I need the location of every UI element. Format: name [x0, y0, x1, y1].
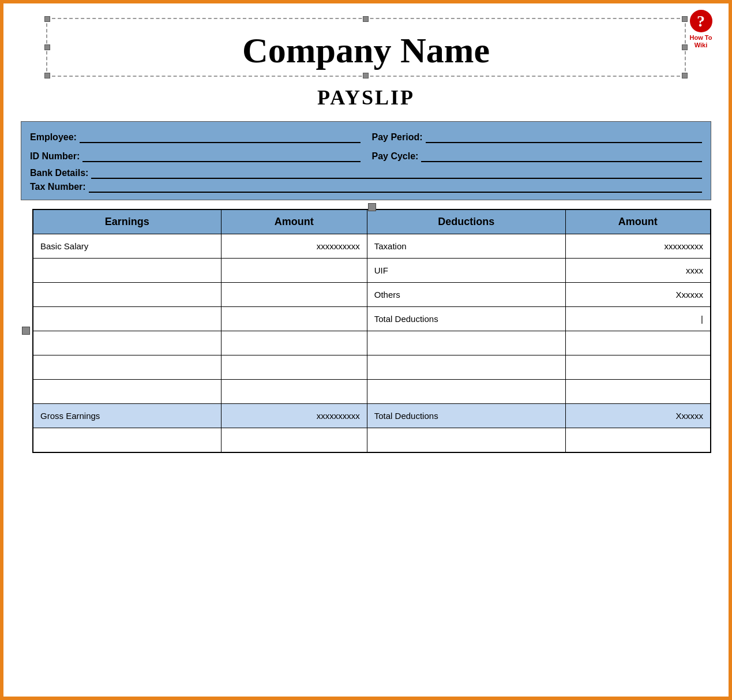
company-name-box: Company Name	[46, 18, 686, 77]
info-row-3: Bank Details:	[30, 167, 702, 179]
amount-left-header: Amount	[221, 209, 367, 234]
deduction-cell-4	[367, 331, 565, 355]
handle-bottom-right[interactable]	[682, 73, 688, 78]
handle-bottom-left[interactable]	[44, 73, 50, 78]
pay-period-field: Pay Period:	[372, 132, 703, 143]
table-row	[33, 355, 711, 380]
deduction-cell-2: Others	[367, 283, 565, 307]
handle-bottom-center[interactable]	[363, 73, 369, 78]
deduction-amount-cell-5	[565, 355, 711, 380]
deduction-cell-5	[367, 355, 565, 380]
employee-field: Employee:	[30, 132, 361, 143]
deduction-amount-cell-4	[565, 331, 711, 355]
earning-cell-1	[33, 259, 221, 283]
table-header-row: Earnings Amount Deductions Amount	[33, 209, 711, 234]
earning-amount-cell-4	[221, 331, 367, 355]
handle-top-right[interactable]	[682, 16, 688, 22]
company-name-text: Company Name	[70, 31, 662, 70]
table-top-handle[interactable]	[368, 203, 376, 211]
employee-line	[80, 132, 361, 143]
pay-period-line	[426, 132, 702, 143]
deduction-amount-cell-0: xxxxxxxxx	[565, 234, 711, 259]
payslip-table: Earnings Amount Deductions Amount Basic …	[32, 209, 711, 453]
deduction-amount-cell-1: xxxx	[565, 259, 711, 283]
deductions-header: Deductions	[367, 209, 565, 234]
table-row: Basic Salary xxxxxxxxxx Taxation xxxxxxx…	[33, 234, 711, 259]
tax-number-line	[89, 181, 702, 193]
company-name-section: Company Name	[29, 18, 703, 77]
pay-period-label: Pay Period:	[372, 132, 423, 143]
deduction-cell-1: UIF	[367, 259, 565, 283]
handle-middle-left[interactable]	[44, 44, 50, 50]
deduction-cell-3: Total Deductions	[367, 307, 565, 331]
table-footer-row: Gross Earnings xxxxxxxxxx Total Deductio…	[33, 404, 711, 428]
payslip-title: PAYSLIP	[21, 85, 711, 110]
deduction-cell-0: Taxation	[367, 234, 565, 259]
last-earning-cell	[33, 428, 221, 452]
info-row-1: Employee: Pay Period:	[30, 129, 702, 145]
table-row	[33, 428, 711, 452]
deduction-amount-cell-3: |	[565, 307, 711, 331]
earning-cell-3	[33, 307, 221, 331]
last-deduction-cell	[367, 428, 565, 452]
deduction-cell-6	[367, 380, 565, 404]
earning-amount-cell-3	[221, 307, 367, 331]
bank-details-line	[91, 167, 702, 179]
id-number-field: ID Number:	[30, 151, 361, 162]
employee-info-section: Employee: Pay Period: ID Number:	[21, 121, 711, 200]
earning-cell-4	[33, 331, 221, 355]
id-number-line	[82, 151, 360, 162]
employee-label: Employee:	[30, 132, 77, 143]
pay-cycle-field: Pay Cycle:	[372, 151, 703, 162]
earning-amount-cell-1	[221, 259, 367, 283]
last-deduction-amount-cell	[565, 428, 711, 452]
earning-cell-2	[33, 283, 221, 307]
last-earning-amount-cell	[221, 428, 367, 452]
pay-cycle-line	[421, 151, 702, 162]
earning-amount-cell-6	[221, 380, 367, 404]
table-wrapper: Earnings Amount Deductions Amount Basic …	[32, 209, 711, 453]
table-row: Total Deductions |	[33, 307, 711, 331]
table-row	[33, 380, 711, 404]
page-content: ? How To Wiki Company Name PAYSLIP	[3, 3, 729, 459]
earnings-header: Earnings	[33, 209, 221, 234]
table-row: Others Xxxxxx	[33, 283, 711, 307]
gross-earnings-amount: xxxxxxxxxx	[221, 404, 367, 428]
table-row: UIF xxxx	[33, 259, 711, 283]
info-row-2: ID Number: Pay Cycle:	[30, 148, 702, 164]
info-right-1: Pay Period:	[372, 129, 703, 145]
earning-cell-5	[33, 355, 221, 380]
page-border: ? How To Wiki Company Name PAYSLIP	[0, 0, 732, 700]
total-deductions-amount: Xxxxxx	[565, 404, 711, 428]
total-deductions-label: Total Deductions	[367, 404, 565, 428]
info-left-1: Employee:	[30, 129, 361, 145]
handle-top-left[interactable]	[44, 16, 50, 22]
earning-amount-cell-0: xxxxxxxxxx	[221, 234, 367, 259]
deduction-amount-cell-6	[565, 380, 711, 404]
table-row	[33, 331, 711, 355]
handle-top-center[interactable]	[363, 16, 369, 22]
deduction-amount-cell-2: Xxxxxx	[565, 283, 711, 307]
earning-cell-6	[33, 380, 221, 404]
info-right-2: Pay Cycle:	[372, 148, 703, 164]
id-number-label: ID Number:	[30, 151, 80, 162]
info-row-4: Tax Number:	[30, 181, 702, 193]
earning-cell-0: Basic Salary	[33, 234, 221, 259]
gross-earnings-label: Gross Earnings	[33, 404, 221, 428]
handle-middle-right[interactable]	[682, 44, 688, 50]
bank-details-label: Bank Details:	[30, 168, 88, 178]
info-left-2: ID Number:	[30, 148, 361, 164]
amount-right-header: Amount	[565, 209, 711, 234]
pay-cycle-label: Pay Cycle:	[372, 151, 419, 162]
earning-amount-cell-5	[221, 355, 367, 380]
tax-number-label: Tax Number:	[30, 182, 86, 192]
earning-amount-cell-2	[221, 283, 367, 307]
table-left-handle[interactable]	[22, 327, 30, 335]
